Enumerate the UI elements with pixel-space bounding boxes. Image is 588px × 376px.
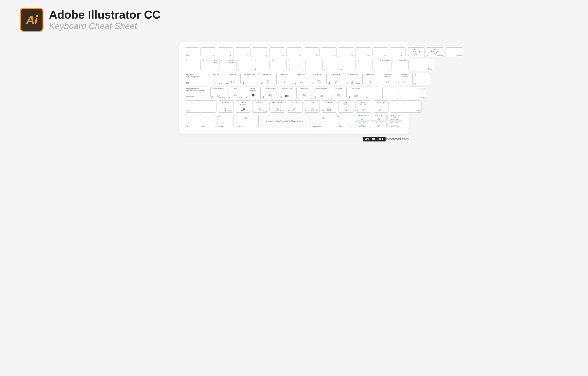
key-cmd-left[interactable]: ⌘ command: [235, 114, 257, 128]
key-move-line-down[interactable]: Move 1 Line: [371, 122, 386, 128]
gt-sym: >: [357, 109, 358, 112]
key-esc[interactable]: esc: [185, 47, 199, 57]
key-q[interactable]: Lasso Tool Q Quit: [208, 73, 224, 85]
key-control[interactable]: control: [200, 114, 216, 128]
key-e[interactable]: Marquee Tool E: [242, 73, 258, 85]
key-quote[interactable]: " ': [382, 86, 398, 99]
key-f2[interactable]: F2: [218, 47, 234, 57]
key-c[interactable]: Scissors C Copy: [252, 100, 268, 113]
key-i[interactable]: Eye Dropper I: [328, 73, 344, 85]
key-x[interactable]: ToggleFill/Stroke X Cut: [235, 100, 251, 113]
key-delete[interactable]: delete: [445, 47, 463, 57]
key-4[interactable]: $ 4: [254, 59, 269, 71]
key-delete-anchor[interactable]: DeleteAnchor Point −: [407, 47, 425, 57]
key-f6[interactable]: F6: [287, 47, 302, 57]
svg-rect-32: [234, 94, 235, 96]
key-period[interactable]: GradientFill Mode > .: [355, 100, 371, 113]
key-f3[interactable]: F3: [235, 47, 251, 57]
key-lbracket[interactable]: DecreaseDiameter { [: [380, 73, 396, 85]
rectangle-label: Rectangle: [322, 101, 335, 103]
key-cmd-right[interactable]: ⌘ command: [312, 114, 334, 128]
key-g[interactable]: Gradient Tool G: [279, 86, 295, 99]
key-h[interactable]: Hand Tool H: [296, 86, 312, 99]
key-enter[interactable]: enter return: [400, 86, 427, 99]
keyboard: esc F1 F2 F3 F4 F5 F6 F7 F8 F9 F10: [179, 42, 409, 134]
key-a[interactable]: Direct Selection A Select All: [210, 86, 226, 99]
key-tilde[interactable]: ~ `: [185, 59, 201, 71]
cmd-left-label: command: [236, 125, 244, 127]
key-0[interactable]: ) 0: [357, 59, 373, 71]
key-fn[interactable]: fn: [185, 114, 198, 128]
key-l[interactable]: Ellipse Tool L: [348, 86, 364, 99]
key-p[interactable]: Pen Tool P: [363, 73, 378, 85]
num0: 0: [358, 68, 359, 70]
key-backslash[interactable]: | \: [414, 73, 430, 85]
key-s[interactable]: Scale S Save: [228, 86, 243, 99]
key-1[interactable]: ! 1 100%Zoom: [202, 59, 218, 71]
footer-brand: WORK LIFEWhatever.com: [363, 137, 409, 141]
at-sym: @: [220, 60, 222, 62]
key-b[interactable]: Brush Tool B: [287, 100, 302, 113]
key-7[interactable]: & 7: [305, 59, 321, 71]
key-k[interactable]: Slice Tool K: [331, 86, 347, 99]
key-add-anchor[interactable]: AddAnchor Point + Zoom In: [426, 47, 444, 57]
key-capslock[interactable]: Change pointer toCrosshair when Selectin…: [185, 86, 209, 99]
key-shift-right[interactable]: shift: [390, 100, 422, 113]
key-move-char-right2[interactable]: Move 1 Char. a Move 1 Word: [387, 122, 403, 128]
key-y[interactable]: Blend Tool Y: [294, 73, 310, 85]
scale-label: Scale: [229, 87, 242, 90]
key-6[interactable]: ^ 6: [288, 59, 304, 71]
key-n[interactable]: Pencil N New File: [304, 100, 320, 113]
key-move-1-line-up[interactable]: Move 1 Line: [354, 114, 370, 121]
key-shift-left[interactable]: shift: [185, 100, 216, 113]
dollar-sym: $: [255, 60, 256, 62]
key-w[interactable]: Blend Tool W: [225, 73, 241, 85]
key-equals[interactable]: + = Zoom Out: [391, 59, 407, 71]
key-f1[interactable]: F1: [201, 47, 216, 57]
key-d[interactable]: DefaultStroke/Fill D: [245, 86, 261, 99]
key-rbracket[interactable]: IncreaseDiameter } ]: [397, 73, 413, 85]
key-m[interactable]: Rectangle M: [321, 100, 337, 113]
key-8[interactable]: * 8: [322, 59, 338, 71]
key-u[interactable]: Mesh Tool U: [311, 73, 327, 85]
key-o[interactable]: Reflect Tool O Open Project: [345, 73, 361, 85]
key-r[interactable]: Rotate Tool R: [259, 73, 275, 85]
key-v[interactable]: Path Selection V Paste: [269, 100, 285, 113]
option-right-label: option: [337, 125, 342, 127]
key-tab[interactable]: Show/Hideall tool and panels tab: [185, 73, 206, 85]
key-alt-left[interactable]: alt option: [217, 114, 234, 128]
key-minus[interactable]: − _ Fit to Screen: [374, 59, 390, 71]
key-alt-right[interactable]: alt option: [336, 114, 352, 128]
c-key: C: [254, 109, 255, 112]
t-key: T: [278, 82, 279, 84]
key-f5[interactable]: F5: [269, 47, 285, 57]
key-3[interactable]: # 3: [236, 59, 252, 71]
key-9[interactable]: ( 9: [340, 59, 355, 71]
key-f7[interactable]: F7: [304, 47, 320, 57]
key-comma[interactable]: ColorFill Mode < ,: [338, 100, 354, 113]
key-t[interactable]: Type Tool T: [276, 73, 292, 85]
key-move-1-line-center[interactable]: Move 1 Line: [371, 114, 386, 121]
key-f10[interactable]: F10: [355, 47, 371, 57]
key-j[interactable]: Column Graph J: [314, 86, 329, 99]
key-semicolon[interactable]: : ;: [365, 86, 381, 99]
key-5[interactable]: % 5: [271, 59, 287, 71]
key-move-char-left[interactable]: Move 1 Char. a Move 1 Word: [354, 122, 370, 128]
key-f11[interactable]: F11: [373, 47, 388, 57]
key-f9[interactable]: F9: [338, 47, 354, 57]
svg-marker-72: [360, 125, 362, 126]
key-f12[interactable]: F12: [390, 47, 406, 57]
key-delete2[interactable]: delete: [408, 59, 434, 71]
key-f8[interactable]: F8: [321, 47, 337, 57]
key-move-1-char-right[interactable]: Move 1 Char. a Move 1 Word: [387, 114, 403, 121]
key-spacebar[interactable]: Temporarily Switch to Hand Tool while Dr…: [258, 114, 311, 128]
plus-key: +: [427, 54, 428, 56]
minus-key: −: [408, 54, 409, 56]
svg-point-66: [345, 108, 345, 109]
key-slash[interactable]: Line Segment ? /: [373, 100, 388, 113]
key-f[interactable]: Screen Mode F: [262, 86, 278, 99]
key-2[interactable]: @ 2 Load sel.Artwork: [219, 59, 235, 71]
key-z[interactable]: Zoom Tool Z Undo/Redo: [218, 100, 234, 113]
dec-diam-label: DecreaseDiameter: [381, 74, 394, 77]
key-f4[interactable]: F4: [252, 47, 268, 57]
